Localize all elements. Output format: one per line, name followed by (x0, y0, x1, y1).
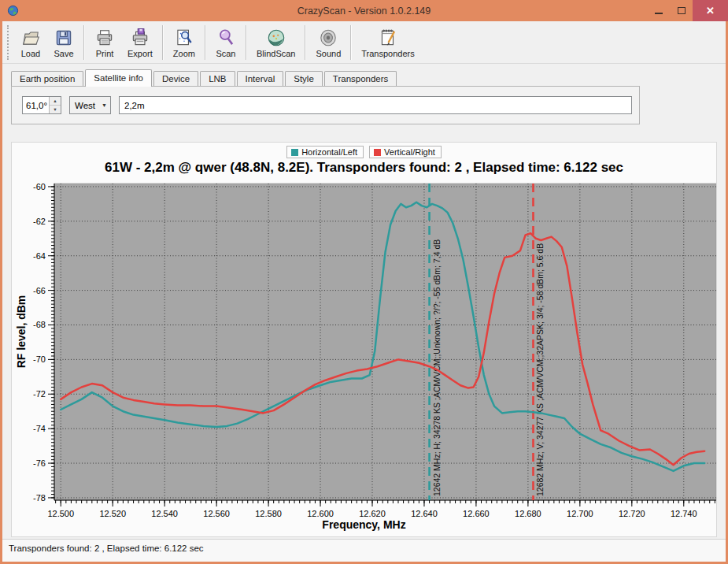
tab-device[interactable]: Device (153, 71, 198, 87)
close-button[interactable]: ✕ (693, 0, 728, 21)
svg-text:-60: -60 (33, 182, 46, 191)
print-label: Print (96, 49, 114, 58)
printer-icon (94, 28, 115, 48)
svg-text:12682 MHz; V; 34277 KS ;ACM/VC: 12682 MHz; V; 34277 KS ;ACM/VCM;;32APSK;… (535, 243, 545, 496)
save-label: Save (54, 49, 73, 58)
horizontal-series-swatch (291, 149, 298, 156)
transponders-label: Transponders (361, 49, 414, 58)
status-bar: Transponders found: 2 , Elapsed time: 6.… (2, 539, 726, 562)
chevron-down-icon: ▼ (102, 102, 107, 108)
load-button[interactable]: Load (14, 25, 47, 60)
scan-magnifier-icon (216, 28, 236, 48)
tab-transponders[interactable]: Transponders (324, 71, 397, 87)
chart-panel: Horizontal/Left Vertical/Right 61W - 2,2… (11, 142, 717, 537)
spinner-up-button[interactable]: ▲ (50, 97, 61, 105)
dish-size-input[interactable] (119, 96, 632, 114)
chart-legend: Horizontal/Left Vertical/Right (12, 146, 716, 158)
tab-style[interactable]: Style (285, 71, 323, 87)
transponders-notepad-icon (378, 28, 398, 48)
maximize-button[interactable] (670, 0, 693, 21)
svg-text:-62: -62 (33, 217, 46, 226)
floppy-disk-icon (54, 28, 74, 48)
toolbar-separator (305, 25, 306, 60)
direction-select[interactable]: West ▼ (69, 96, 111, 114)
toolbar-separator (350, 25, 352, 60)
legend-item-horizontal[interactable]: Horizontal/Left (286, 146, 364, 158)
legend-horizontal-label: Horizontal/Left (301, 147, 357, 157)
svg-text:-64: -64 (33, 251, 46, 261)
svg-text:12.600: 12.600 (307, 509, 334, 518)
sound-label: Sound (316, 49, 341, 58)
save-button[interactable]: Save (47, 25, 80, 60)
vertical-series-swatch (374, 149, 381, 156)
export-printer-icon (130, 28, 150, 48)
toolbar-separator (83, 25, 85, 60)
svg-text:-72: -72 (33, 389, 46, 399)
svg-text:-68: -68 (33, 320, 46, 329)
chart-title: 61W - 2,2m @ qwer (48.8N, 8.2E). Transpo… (12, 160, 716, 176)
toolbar-separator (246, 25, 247, 60)
svg-text:12.580: 12.580 (255, 509, 282, 518)
svg-text:12.680: 12.680 (515, 509, 541, 518)
scan-button[interactable]: Scan (209, 25, 242, 60)
tab-strip: Earth position Satellite info Device LNB… (11, 69, 726, 87)
orbital-position-input[interactable] (23, 97, 49, 113)
load-label: Load (21, 49, 40, 58)
svg-text:-78: -78 (33, 493, 46, 503)
status-text: Transponders found: 2 , Elapsed time: 6.… (9, 544, 204, 553)
scan-label: Scan (216, 49, 235, 58)
svg-text:12.660: 12.660 (463, 509, 490, 518)
svg-text:12.520: 12.520 (99, 509, 126, 518)
svg-text:-76: -76 (33, 458, 46, 468)
app-window: CrazyScan - Version 1.0.2.149 ✕ Load Sav… (0, 0, 728, 564)
transponders-button[interactable]: Transponders (355, 25, 420, 60)
tab-lnb[interactable]: LNB (200, 71, 235, 87)
speaker-icon (318, 28, 338, 48)
zoom-label: Zoom (173, 49, 195, 58)
svg-text:12.640: 12.640 (411, 509, 438, 518)
tab-earth-position[interactable]: Earth position (11, 71, 83, 87)
svg-text:-66: -66 (33, 286, 46, 295)
x-axis-label: Frequency, MHz (12, 518, 716, 531)
print-button[interactable]: Print (88, 25, 121, 60)
sound-button[interactable]: Sound (309, 25, 347, 60)
minimize-button[interactable] (647, 0, 670, 21)
toolbar-separator (162, 25, 164, 60)
svg-text:12.700: 12.700 (567, 509, 593, 518)
svg-text:12.620: 12.620 (359, 509, 386, 518)
svg-text:-74: -74 (33, 424, 46, 433)
blindscan-label: BlindScan (257, 49, 296, 58)
svg-text:12.560: 12.560 (203, 509, 230, 518)
direction-value: West (75, 101, 95, 110)
toolbar-gripper[interactable] (7, 25, 10, 60)
svg-text:12.500: 12.500 (47, 509, 74, 518)
toolbar: Load Save Print Export Zoom (2, 21, 726, 64)
tab-satellite-info[interactable]: Satellite info (85, 69, 152, 87)
export-label: Export (127, 49, 153, 58)
svg-text:12.720: 12.720 (619, 509, 645, 518)
svg-text:-70: -70 (33, 354, 46, 364)
zoom-button[interactable]: Zoom (167, 25, 201, 60)
svg-text:12.740: 12.740 (671, 509, 697, 518)
satellite-info-panel: ▲ ▼ West ▼ (11, 86, 640, 124)
folder-open-icon (20, 28, 41, 48)
blindscan-button[interactable]: BlindScan (250, 25, 302, 60)
spinner-down-button[interactable]: ▼ (50, 105, 61, 113)
export-button[interactable]: Export (121, 25, 159, 60)
legend-item-vertical[interactable]: Vertical/Right (369, 146, 442, 158)
app-globe-icon (7, 5, 19, 17)
chart-plot-area[interactable]: 12.50012.52012.54012.56012.58012.60012.6… (12, 179, 716, 518)
title-bar[interactable]: CrazyScan - Version 1.0.2.149 ✕ (0, 0, 728, 21)
blindscan-globe-icon (266, 28, 286, 48)
zoom-document-icon (174, 28, 194, 48)
tab-interval[interactable]: Interval (237, 71, 284, 87)
window-title: CrazyScan - Version 1.0.2.149 (0, 6, 728, 17)
svg-text:12.540: 12.540 (151, 509, 178, 518)
orbital-position-spinner[interactable]: ▲ ▼ (22, 96, 61, 114)
toolbar-separator (205, 25, 206, 60)
legend-vertical-label: Vertical/Right (384, 147, 435, 157)
